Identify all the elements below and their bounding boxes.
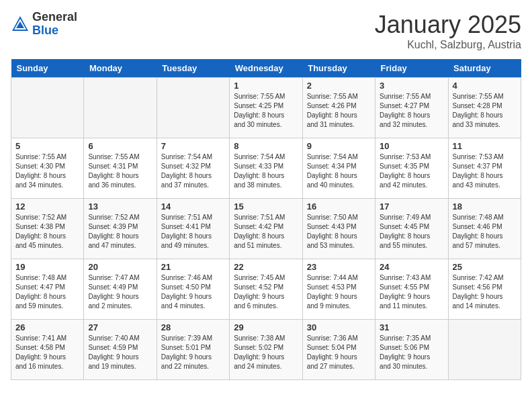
day-number: 4 <box>453 81 517 91</box>
logo-icon <box>11 15 30 34</box>
calendar-cell: 17Sunrise: 7:49 AMSunset: 4:45 PMDayligh… <box>375 199 448 259</box>
weekday-header-saturday: Saturday <box>448 59 521 78</box>
day-number: 10 <box>380 141 443 151</box>
day-number: 18 <box>453 201 517 212</box>
day-number: 8 <box>234 141 298 151</box>
calendar-week-3: 12Sunrise: 7:52 AMSunset: 4:38 PMDayligh… <box>11 199 521 259</box>
day-number: 17 <box>380 201 443 212</box>
calendar-cell <box>157 78 229 138</box>
calendar-subtitle: Kuchl, Salzburg, Austria <box>375 39 521 51</box>
calendar-cell: 22Sunrise: 7:45 AMSunset: 4:52 PMDayligh… <box>230 259 302 320</box>
day-number: 25 <box>453 262 517 272</box>
day-info: Sunrise: 7:36 AMSunset: 5:04 PMDaylight:… <box>307 334 371 371</box>
day-info: Sunrise: 7:49 AMSunset: 4:45 PMDaylight:… <box>380 213 443 250</box>
day-info: Sunrise: 7:53 AMSunset: 4:35 PMDaylight:… <box>380 152 443 190</box>
day-number: 7 <box>161 141 225 151</box>
day-info: Sunrise: 7:54 AMSunset: 4:32 PMDaylight:… <box>161 152 225 190</box>
day-number: 14 <box>161 201 225 212</box>
day-number: 30 <box>307 322 371 332</box>
calendar-cell: 10Sunrise: 7:53 AMSunset: 4:35 PMDayligh… <box>375 138 448 199</box>
day-number: 16 <box>307 201 371 212</box>
day-info: Sunrise: 7:41 AMSunset: 4:58 PMDaylight:… <box>15 334 79 371</box>
day-info: Sunrise: 7:53 AMSunset: 4:37 PMDaylight:… <box>453 152 517 190</box>
calendar-cell <box>84 78 157 138</box>
day-number: 26 <box>15 322 79 332</box>
logo-text: General Blue <box>32 11 77 38</box>
day-info: Sunrise: 7:51 AMSunset: 4:42 PMDaylight:… <box>234 213 298 250</box>
day-info: Sunrise: 7:43 AMSunset: 4:55 PMDaylight:… <box>380 273 443 311</box>
day-number: 12 <box>15 201 79 212</box>
day-number: 5 <box>15 141 79 151</box>
logo-general-text: General <box>32 11 77 24</box>
day-number: 29 <box>234 322 298 332</box>
day-info: Sunrise: 7:46 AMSunset: 4:50 PMDaylight:… <box>161 273 225 311</box>
calendar-cell: 2Sunrise: 7:55 AMSunset: 4:26 PMDaylight… <box>302 78 375 138</box>
weekday-header-monday: Monday <box>84 59 157 78</box>
day-number: 9 <box>307 141 371 151</box>
day-info: Sunrise: 7:39 AMSunset: 5:01 PMDaylight:… <box>161 334 225 371</box>
calendar-cell: 6Sunrise: 7:55 AMSunset: 4:31 PMDaylight… <box>84 138 157 199</box>
day-number: 22 <box>234 262 298 272</box>
header: General Blue January 2025 Kuchl, Salzbur… <box>11 11 521 51</box>
day-info: Sunrise: 7:52 AMSunset: 4:39 PMDaylight:… <box>88 213 152 250</box>
weekday-header-wednesday: Wednesday <box>230 59 302 78</box>
calendar-cell: 4Sunrise: 7:55 AMSunset: 4:28 PMDaylight… <box>448 78 521 138</box>
day-number: 28 <box>161 322 225 332</box>
day-info: Sunrise: 7:55 AMSunset: 4:31 PMDaylight:… <box>88 152 152 190</box>
title-block: January 2025 Kuchl, Salzburg, Austria <box>375 11 521 51</box>
calendar-table: SundayMondayTuesdayWednesdayThursdayFrid… <box>11 59 521 380</box>
calendar-cell: 8Sunrise: 7:54 AMSunset: 4:33 PMDaylight… <box>230 138 302 199</box>
calendar-cell: 20Sunrise: 7:47 AMSunset: 4:49 PMDayligh… <box>84 259 157 320</box>
calendar-cell: 26Sunrise: 7:41 AMSunset: 4:58 PMDayligh… <box>11 320 84 380</box>
calendar-week-5: 26Sunrise: 7:41 AMSunset: 4:58 PMDayligh… <box>11 320 521 380</box>
day-number: 27 <box>88 322 152 332</box>
calendar-cell: 9Sunrise: 7:54 AMSunset: 4:34 PMDaylight… <box>302 138 375 199</box>
calendar-cell: 18Sunrise: 7:48 AMSunset: 4:46 PMDayligh… <box>448 199 521 259</box>
calendar-week-1: 1Sunrise: 7:55 AMSunset: 4:25 PMDaylight… <box>11 78 521 138</box>
calendar-cell: 28Sunrise: 7:39 AMSunset: 5:01 PMDayligh… <box>157 320 229 380</box>
day-info: Sunrise: 7:38 AMSunset: 5:02 PMDaylight:… <box>234 334 298 371</box>
calendar-cell: 3Sunrise: 7:55 AMSunset: 4:27 PMDaylight… <box>375 78 448 138</box>
logo-blue-text: Blue <box>32 24 77 38</box>
day-info: Sunrise: 7:55 AMSunset: 4:30 PMDaylight:… <box>15 152 79 190</box>
calendar-cell: 1Sunrise: 7:55 AMSunset: 4:25 PMDaylight… <box>230 78 302 138</box>
day-info: Sunrise: 7:35 AMSunset: 5:06 PMDaylight:… <box>380 334 443 371</box>
day-number: 6 <box>88 141 152 151</box>
day-info: Sunrise: 7:55 AMSunset: 4:26 PMDaylight:… <box>307 92 371 130</box>
calendar-cell: 29Sunrise: 7:38 AMSunset: 5:02 PMDayligh… <box>230 320 302 380</box>
day-info: Sunrise: 7:55 AMSunset: 4:27 PMDaylight:… <box>380 92 443 130</box>
weekday-header-tuesday: Tuesday <box>157 59 229 78</box>
calendar-cell: 23Sunrise: 7:44 AMSunset: 4:53 PMDayligh… <box>302 259 375 320</box>
day-info: Sunrise: 7:54 AMSunset: 4:34 PMDaylight:… <box>307 152 371 190</box>
day-number: 1 <box>234 81 298 91</box>
weekday-header-sunday: Sunday <box>11 59 84 78</box>
day-info: Sunrise: 7:48 AMSunset: 4:46 PMDaylight:… <box>453 213 517 250</box>
weekday-header-friday: Friday <box>375 59 448 78</box>
calendar-cell: 31Sunrise: 7:35 AMSunset: 5:06 PMDayligh… <box>375 320 448 380</box>
day-number: 2 <box>307 81 371 91</box>
calendar-cell: 16Sunrise: 7:50 AMSunset: 4:43 PMDayligh… <box>302 199 375 259</box>
calendar-cell: 24Sunrise: 7:43 AMSunset: 4:55 PMDayligh… <box>375 259 448 320</box>
day-number: 20 <box>88 262 152 272</box>
day-info: Sunrise: 7:50 AMSunset: 4:43 PMDaylight:… <box>307 213 371 250</box>
calendar-week-4: 19Sunrise: 7:48 AMSunset: 4:47 PMDayligh… <box>11 259 521 320</box>
calendar-cell: 5Sunrise: 7:55 AMSunset: 4:30 PMDaylight… <box>11 138 84 199</box>
calendar-cell: 7Sunrise: 7:54 AMSunset: 4:32 PMDaylight… <box>157 138 229 199</box>
day-info: Sunrise: 7:44 AMSunset: 4:53 PMDaylight:… <box>307 273 371 311</box>
calendar-cell: 30Sunrise: 7:36 AMSunset: 5:04 PMDayligh… <box>302 320 375 380</box>
day-number: 13 <box>88 201 152 212</box>
calendar-cell: 14Sunrise: 7:51 AMSunset: 4:41 PMDayligh… <box>157 199 229 259</box>
day-number: 24 <box>380 262 443 272</box>
calendar-title: January 2025 <box>375 11 521 39</box>
day-info: Sunrise: 7:54 AMSunset: 4:33 PMDaylight:… <box>234 152 298 190</box>
day-info: Sunrise: 7:51 AMSunset: 4:41 PMDaylight:… <box>161 213 225 250</box>
day-info: Sunrise: 7:48 AMSunset: 4:47 PMDaylight:… <box>15 273 79 311</box>
calendar-cell: 19Sunrise: 7:48 AMSunset: 4:47 PMDayligh… <box>11 259 84 320</box>
day-number: 19 <box>15 262 79 272</box>
day-number: 15 <box>234 201 298 212</box>
day-info: Sunrise: 7:52 AMSunset: 4:38 PMDaylight:… <box>15 213 79 250</box>
day-info: Sunrise: 7:42 AMSunset: 4:56 PMDaylight:… <box>453 273 517 311</box>
weekday-header-thursday: Thursday <box>302 59 375 78</box>
day-info: Sunrise: 7:55 AMSunset: 4:25 PMDaylight:… <box>234 92 298 130</box>
calendar-cell: 21Sunrise: 7:46 AMSunset: 4:50 PMDayligh… <box>157 259 229 320</box>
